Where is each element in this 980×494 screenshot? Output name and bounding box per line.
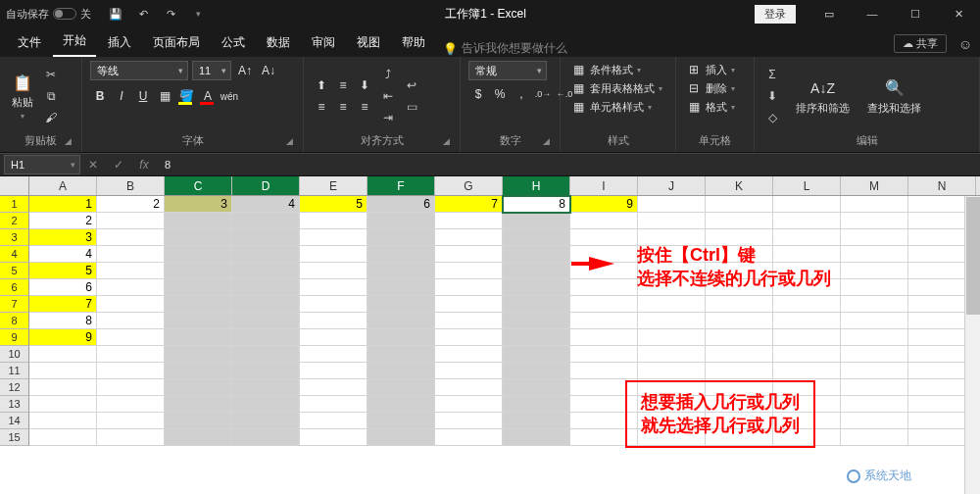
row-header[interactable]: 15 <box>0 429 29 446</box>
cell[interactable] <box>435 346 503 363</box>
cell-styles[interactable]: ▦单元格样式▾ <box>568 98 667 116</box>
cell[interactable] <box>232 413 300 429</box>
cell[interactable] <box>706 313 773 329</box>
share-button[interactable]: ☁ 共享 <box>894 34 947 53</box>
orientation-icon[interactable]: ⤴ <box>378 65 398 84</box>
cell[interactable]: 9 <box>570 196 638 213</box>
cell[interactable] <box>570 346 638 363</box>
increase-indent-icon[interactable]: ⇥ <box>378 108 398 127</box>
tab-formulas[interactable]: 公式 <box>212 28 255 57</box>
cell[interactable] <box>773 263 841 279</box>
cell[interactable] <box>97 329 165 346</box>
cell[interactable] <box>29 346 97 363</box>
cell[interactable] <box>706 296 773 313</box>
cell[interactable] <box>773 413 841 429</box>
delete-cells[interactable]: ⊟删除▾ <box>684 79 746 97</box>
cell[interactable] <box>706 263 773 279</box>
align-middle-icon[interactable]: ≡ <box>333 75 353 95</box>
col-header-M[interactable]: M <box>841 176 908 195</box>
italic-button[interactable]: I <box>112 86 131 106</box>
cell[interactable] <box>300 246 368 263</box>
align-bottom-icon[interactable]: ⬇ <box>355 75 374 95</box>
wrap-text-icon[interactable]: ↩ <box>402 75 421 95</box>
cell[interactable] <box>841 229 908 246</box>
cell[interactable] <box>368 246 435 263</box>
cell[interactable] <box>773 346 841 363</box>
cell[interactable] <box>97 246 165 263</box>
cell[interactable] <box>368 296 435 313</box>
tab-page-layout[interactable]: 页面布局 <box>143 28 210 57</box>
cell[interactable] <box>300 429 368 446</box>
cell[interactable] <box>232 379 300 396</box>
format-as-table[interactable]: ▦套用表格格式▾ <box>568 79 667 97</box>
cell[interactable] <box>706 329 773 346</box>
row-header[interactable]: 11 <box>0 363 29 379</box>
cell[interactable] <box>368 313 435 329</box>
cell[interactable] <box>435 329 503 346</box>
col-header-C[interactable]: C <box>165 176 232 195</box>
cell[interactable] <box>503 346 570 363</box>
tab-review[interactable]: 审阅 <box>302 28 345 57</box>
cell[interactable] <box>232 263 300 279</box>
fill-color-icon[interactable]: 🪣 <box>176 86 196 106</box>
insert-cells[interactable]: ⊞插入▾ <box>684 61 746 78</box>
redo-icon[interactable]: ↷ <box>164 7 177 21</box>
cell[interactable] <box>503 296 570 313</box>
font-size-combo[interactable]: 11 <box>192 61 231 80</box>
cell[interactable] <box>165 313 232 329</box>
cell[interactable]: 8 <box>29 313 97 329</box>
cell[interactable]: 3 <box>29 229 97 246</box>
cell[interactable] <box>638 363 706 379</box>
cell[interactable]: 4 <box>232 196 300 213</box>
cell[interactable] <box>773 429 841 446</box>
row-header[interactable]: 4 <box>0 246 29 263</box>
cell[interactable] <box>841 313 908 329</box>
row-header[interactable]: 1 <box>0 196 29 213</box>
cell[interactable] <box>29 396 97 413</box>
cell[interactable] <box>232 329 300 346</box>
font-name-combo[interactable]: 等线 <box>90 61 188 80</box>
cell[interactable] <box>570 413 638 429</box>
cell[interactable] <box>232 296 300 313</box>
cell[interactable] <box>368 379 435 396</box>
cell[interactable] <box>706 379 773 396</box>
cell[interactable] <box>570 313 638 329</box>
cell[interactable] <box>841 429 908 446</box>
cell[interactable] <box>503 213 570 229</box>
cell[interactable] <box>300 279 368 296</box>
cell[interactable] <box>232 429 300 446</box>
col-header-F[interactable]: F <box>368 176 435 195</box>
cell[interactable]: 5 <box>29 263 97 279</box>
row-header[interactable]: 9 <box>0 329 29 346</box>
cell[interactable] <box>841 246 908 263</box>
cell[interactable] <box>232 396 300 413</box>
ribbon-options-icon[interactable]: ▭ <box>808 0 851 27</box>
decrease-font-icon[interactable]: A↓ <box>259 61 278 80</box>
enter-formula-icon[interactable]: ✓ <box>106 158 131 172</box>
save-icon[interactable]: 💾 <box>109 7 122 21</box>
cell[interactable] <box>503 396 570 413</box>
cell[interactable] <box>503 363 570 379</box>
qat-dropdown-icon[interactable]: ▾ <box>191 7 205 21</box>
cell[interactable] <box>570 279 638 296</box>
row-header[interactable]: 5 <box>0 263 29 279</box>
cell[interactable] <box>841 363 908 379</box>
cell[interactable] <box>435 229 503 246</box>
cell[interactable] <box>300 396 368 413</box>
cell[interactable] <box>503 413 570 429</box>
cell[interactable] <box>232 313 300 329</box>
align-right-icon[interactable]: ≡ <box>355 97 374 117</box>
cell[interactable] <box>706 279 773 296</box>
formula-input[interactable]: 8 <box>157 159 980 171</box>
spreadsheet-grid[interactable]: ABCDEFGHIJKLMN 1123456789223344556677889… <box>0 176 980 494</box>
cell[interactable] <box>165 413 232 429</box>
row-header[interactable]: 10 <box>0 346 29 363</box>
cell[interactable] <box>165 363 232 379</box>
format-cells[interactable]: ▦格式▾ <box>684 98 746 116</box>
cell[interactable] <box>841 329 908 346</box>
col-header-D[interactable]: D <box>232 176 300 195</box>
cell[interactable]: 2 <box>29 213 97 229</box>
cell[interactable] <box>841 196 908 213</box>
col-header-I[interactable]: I <box>570 176 638 195</box>
cell[interactable] <box>435 213 503 229</box>
